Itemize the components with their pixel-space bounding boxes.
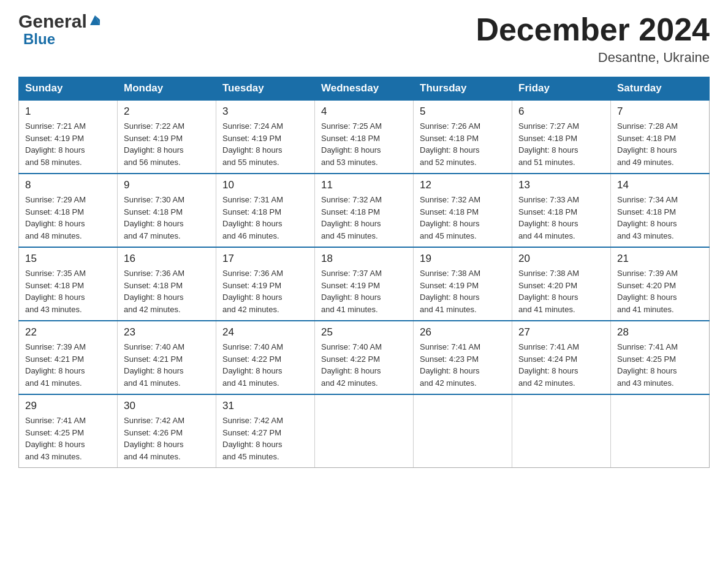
day-info: Sunrise: 7:40 AMSunset: 4:21 PMDaylight:… bbox=[124, 341, 210, 389]
calendar-cell: 19Sunrise: 7:38 AMSunset: 4:19 PMDayligh… bbox=[414, 247, 512, 321]
day-info: Sunrise: 7:40 AMSunset: 4:22 PMDaylight:… bbox=[222, 341, 308, 389]
day-info: Sunrise: 7:32 AMSunset: 4:18 PMDaylight:… bbox=[420, 194, 506, 242]
calendar-cell: 11Sunrise: 7:32 AMSunset: 4:18 PMDayligh… bbox=[315, 174, 414, 247]
header-saturday: Saturday bbox=[611, 77, 710, 101]
day-number: 12 bbox=[420, 179, 506, 191]
day-info: Sunrise: 7:22 AMSunset: 4:19 PMDaylight:… bbox=[124, 120, 210, 168]
calendar-cell: 10Sunrise: 7:31 AMSunset: 4:18 PMDayligh… bbox=[216, 174, 315, 247]
day-number: 27 bbox=[518, 326, 604, 339]
day-info: Sunrise: 7:38 AMSunset: 4:19 PMDaylight:… bbox=[420, 267, 506, 315]
calendar-cell: 26Sunrise: 7:41 AMSunset: 4:23 PMDayligh… bbox=[414, 321, 512, 394]
day-number: 28 bbox=[617, 326, 703, 339]
calendar-cell: 9Sunrise: 7:30 AMSunset: 4:18 PMDaylight… bbox=[118, 174, 216, 247]
location-subtitle: Desantne, Ukraine bbox=[476, 50, 710, 66]
calendar-cell: 12Sunrise: 7:32 AMSunset: 4:18 PMDayligh… bbox=[414, 174, 512, 247]
day-number: 9 bbox=[124, 179, 210, 191]
day-number: 2 bbox=[124, 105, 210, 118]
day-info: Sunrise: 7:34 AMSunset: 4:18 PMDaylight:… bbox=[617, 194, 703, 242]
calendar-cell: 23Sunrise: 7:40 AMSunset: 4:21 PMDayligh… bbox=[118, 321, 216, 394]
day-number: 4 bbox=[321, 105, 407, 118]
day-info: Sunrise: 7:41 AMSunset: 4:24 PMDaylight:… bbox=[518, 341, 604, 389]
day-info: Sunrise: 7:36 AMSunset: 4:19 PMDaylight:… bbox=[222, 267, 308, 315]
day-info: Sunrise: 7:27 AMSunset: 4:18 PMDaylight:… bbox=[518, 120, 604, 168]
calendar-cell: 3Sunrise: 7:24 AMSunset: 4:19 PMDaylight… bbox=[216, 100, 315, 174]
calendar-cell: 13Sunrise: 7:33 AMSunset: 4:18 PMDayligh… bbox=[512, 174, 611, 247]
calendar-cell bbox=[512, 394, 611, 468]
day-number: 31 bbox=[222, 400, 308, 412]
day-info: Sunrise: 7:41 AMSunset: 4:25 PMDaylight:… bbox=[25, 415, 111, 462]
day-info: Sunrise: 7:32 AMSunset: 4:18 PMDaylight:… bbox=[321, 194, 407, 242]
calendar-cell: 25Sunrise: 7:40 AMSunset: 4:22 PMDayligh… bbox=[315, 321, 414, 394]
day-number: 18 bbox=[321, 253, 407, 265]
month-year-title: December 2024 bbox=[476, 12, 710, 47]
day-number: 8 bbox=[25, 179, 111, 191]
calendar-cell: 4Sunrise: 7:25 AMSunset: 4:18 PMDaylight… bbox=[315, 100, 414, 174]
calendar-cell: 2Sunrise: 7:22 AMSunset: 4:19 PMDaylight… bbox=[118, 100, 216, 174]
day-info: Sunrise: 7:26 AMSunset: 4:18 PMDaylight:… bbox=[420, 120, 506, 168]
logo-general-text: General bbox=[18, 12, 101, 31]
day-info: Sunrise: 7:28 AMSunset: 4:18 PMDaylight:… bbox=[617, 120, 703, 168]
day-number: 10 bbox=[222, 179, 308, 191]
day-number: 23 bbox=[124, 326, 210, 339]
calendar-table: Sunday Monday Tuesday Wednesday Thursday… bbox=[18, 77, 710, 468]
weekday-header-row: Sunday Monday Tuesday Wednesday Thursday… bbox=[19, 77, 710, 101]
day-number: 6 bbox=[518, 105, 604, 118]
day-number: 25 bbox=[321, 326, 407, 339]
calendar-cell: 5Sunrise: 7:26 AMSunset: 4:18 PMDaylight… bbox=[414, 100, 512, 174]
day-number: 30 bbox=[124, 400, 210, 412]
title-block: December 2024 Desantne, Ukraine bbox=[476, 12, 710, 66]
calendar-cell: 20Sunrise: 7:38 AMSunset: 4:20 PMDayligh… bbox=[512, 247, 611, 321]
day-info: Sunrise: 7:31 AMSunset: 4:18 PMDaylight:… bbox=[222, 194, 308, 242]
week-row-5: 29Sunrise: 7:41 AMSunset: 4:25 PMDayligh… bbox=[19, 394, 710, 468]
logo-triangle-icon bbox=[89, 11, 101, 29]
day-number: 16 bbox=[124, 253, 210, 265]
calendar-cell bbox=[315, 394, 414, 468]
day-info: Sunrise: 7:42 AMSunset: 4:27 PMDaylight:… bbox=[222, 415, 308, 462]
day-number: 20 bbox=[518, 253, 604, 265]
week-row-4: 22Sunrise: 7:39 AMSunset: 4:21 PMDayligh… bbox=[19, 321, 710, 394]
day-number: 14 bbox=[617, 179, 703, 191]
week-row-3: 15Sunrise: 7:35 AMSunset: 4:18 PMDayligh… bbox=[19, 247, 710, 321]
day-number: 5 bbox=[420, 105, 506, 118]
day-number: 29 bbox=[25, 400, 111, 412]
calendar-cell: 7Sunrise: 7:28 AMSunset: 4:18 PMDaylight… bbox=[611, 100, 710, 174]
day-number: 26 bbox=[420, 326, 506, 339]
day-number: 3 bbox=[222, 105, 308, 118]
day-info: Sunrise: 7:29 AMSunset: 4:18 PMDaylight:… bbox=[25, 194, 111, 242]
header-friday: Friday bbox=[512, 77, 611, 101]
day-info: Sunrise: 7:21 AMSunset: 4:19 PMDaylight:… bbox=[25, 120, 111, 168]
week-row-2: 8Sunrise: 7:29 AMSunset: 4:18 PMDaylight… bbox=[19, 174, 710, 247]
day-info: Sunrise: 7:38 AMSunset: 4:20 PMDaylight:… bbox=[518, 267, 604, 315]
calendar-cell: 27Sunrise: 7:41 AMSunset: 4:24 PMDayligh… bbox=[512, 321, 611, 394]
day-info: Sunrise: 7:39 AMSunset: 4:21 PMDaylight:… bbox=[25, 341, 111, 389]
header-wednesday: Wednesday bbox=[315, 77, 414, 101]
day-info: Sunrise: 7:40 AMSunset: 4:22 PMDaylight:… bbox=[321, 341, 407, 389]
header-tuesday: Tuesday bbox=[216, 77, 315, 101]
day-info: Sunrise: 7:30 AMSunset: 4:18 PMDaylight:… bbox=[124, 194, 210, 242]
calendar-cell: 21Sunrise: 7:39 AMSunset: 4:20 PMDayligh… bbox=[611, 247, 710, 321]
day-number: 22 bbox=[25, 326, 111, 339]
calendar-cell: 8Sunrise: 7:29 AMSunset: 4:18 PMDaylight… bbox=[19, 174, 118, 247]
calendar-cell: 16Sunrise: 7:36 AMSunset: 4:18 PMDayligh… bbox=[118, 247, 216, 321]
page-header: General Blue December 2024 Desantne, Ukr… bbox=[18, 12, 710, 66]
calendar-cell bbox=[414, 394, 512, 468]
calendar-cell: 6Sunrise: 7:27 AMSunset: 4:18 PMDaylight… bbox=[512, 100, 611, 174]
calendar-cell: 30Sunrise: 7:42 AMSunset: 4:26 PMDayligh… bbox=[118, 394, 216, 468]
day-info: Sunrise: 7:41 AMSunset: 4:25 PMDaylight:… bbox=[617, 341, 703, 389]
header-monday: Monday bbox=[118, 77, 216, 101]
logo-blue-text: Blue bbox=[23, 31, 55, 48]
calendar-cell: 15Sunrise: 7:35 AMSunset: 4:18 PMDayligh… bbox=[19, 247, 118, 321]
day-info: Sunrise: 7:35 AMSunset: 4:18 PMDaylight:… bbox=[25, 267, 111, 315]
header-sunday: Sunday bbox=[19, 77, 118, 101]
day-number: 1 bbox=[25, 105, 111, 118]
calendar-cell: 28Sunrise: 7:41 AMSunset: 4:25 PMDayligh… bbox=[611, 321, 710, 394]
logo: General Blue bbox=[18, 12, 101, 48]
day-number: 19 bbox=[420, 253, 506, 265]
day-info: Sunrise: 7:39 AMSunset: 4:20 PMDaylight:… bbox=[617, 267, 703, 315]
calendar-cell: 29Sunrise: 7:41 AMSunset: 4:25 PMDayligh… bbox=[19, 394, 118, 468]
header-thursday: Thursday bbox=[414, 77, 512, 101]
day-number: 24 bbox=[222, 326, 308, 339]
day-number: 15 bbox=[25, 253, 111, 265]
calendar-cell bbox=[611, 394, 710, 468]
calendar-cell: 14Sunrise: 7:34 AMSunset: 4:18 PMDayligh… bbox=[611, 174, 710, 247]
